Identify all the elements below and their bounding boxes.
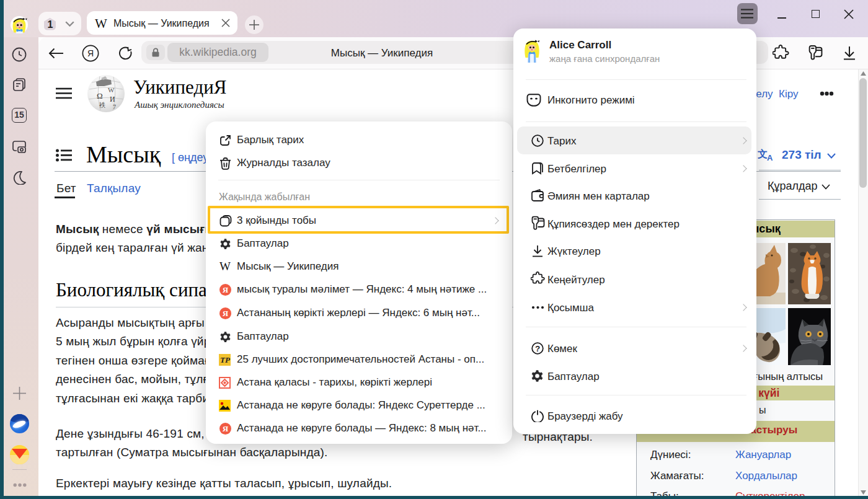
svg-text:W: W <box>108 86 115 94</box>
svg-text:1: 1 <box>48 19 53 30</box>
svg-text:A: A <box>767 153 773 161</box>
svg-text:ТР: ТР <box>220 355 231 364</box>
svg-text:袟: 袟 <box>99 102 105 108</box>
svg-text:文: 文 <box>758 148 768 159</box>
svg-text:7: 7 <box>113 104 116 110</box>
svg-text:И: И <box>110 95 115 104</box>
svg-text:Я: Я <box>87 48 94 58</box>
svg-text:?: ? <box>535 344 540 353</box>
svg-text:Ω: Ω <box>97 91 103 100</box>
